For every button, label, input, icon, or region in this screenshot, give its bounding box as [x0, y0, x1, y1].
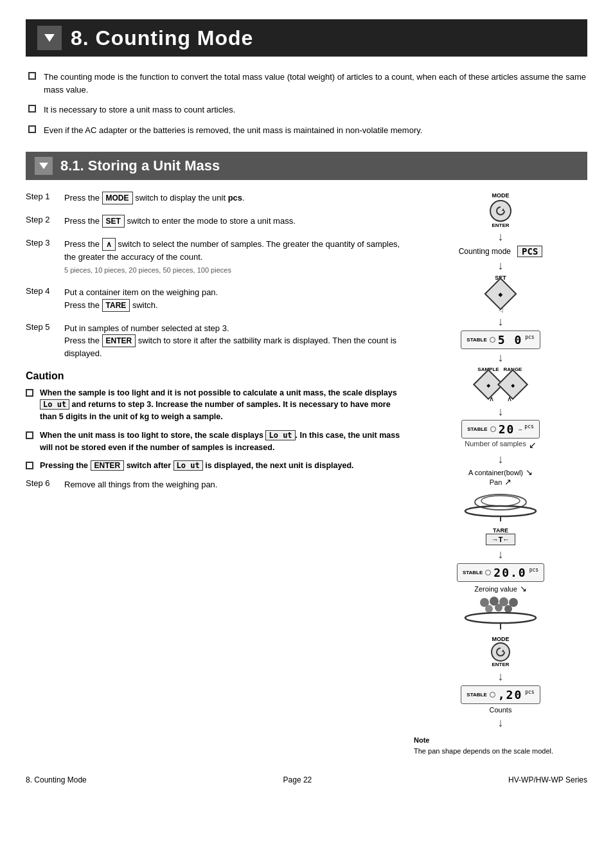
display2-unit: pcs: [524, 424, 533, 429]
step-5: Step 5 Put in samples of number selected…: [26, 322, 401, 360]
svg-point-10: [485, 605, 493, 613]
svg-point-2: [475, 494, 526, 510]
arrow-9: ↓: [498, 716, 504, 730]
stable-label-1: STABLE: [466, 337, 486, 343]
container-label: A container(bowl): [468, 469, 523, 476]
intro-text-3: Even if the AC adapter or the batteries …: [44, 124, 587, 137]
intro-item-3: Even if the AC adapter or the batteries …: [26, 124, 587, 137]
caution-text-2: When the unit mass is too light to store…: [40, 429, 401, 454]
mode-key: MODE: [102, 192, 133, 204]
up-key: ∧: [102, 238, 116, 251]
page-header: 8. Counting Mode: [26, 19, 587, 57]
left-column: Step 1 Press the MODE switch to display …: [26, 192, 414, 756]
header-icon: [37, 26, 62, 50]
arrow-7: ↓: [498, 548, 504, 561]
zeroing-label: Zeroing value: [474, 585, 517, 593]
footer-left: 8. Counting Mode: [26, 775, 87, 784]
set-row: SET ⬥ ◁: [414, 275, 587, 313]
sample-range-row: SAMPLE ⬥ RANGE ⬥: [414, 366, 587, 397]
section-81-header: 8.1. Storing a Unit Mass: [26, 152, 587, 180]
display4-row: STABLE ,20 pcs: [414, 685, 587, 704]
caution-bullet-1: [26, 389, 33, 397]
intro-text-2: It is necessary to store a unit mass to …: [44, 104, 587, 116]
display3-digits: 20.0: [493, 566, 526, 579]
counting-mode-text: Counting mode: [459, 247, 511, 256]
caution-title: Caution: [26, 370, 401, 382]
set-arrow-icon: ⬥: [497, 288, 504, 300]
step-3-note: 5 pieces, 10 pieces, 20 pieces, 50 piece…: [64, 266, 231, 274]
intro-item-1: The counting mode is the function to con…: [26, 71, 587, 96]
step-3-label: Step 3: [26, 238, 64, 248]
display3-row: STABLE 20.0 pcs: [414, 563, 587, 582]
sample-arrow-icon: ⬥: [486, 379, 491, 390]
diagram-mode-row: MODE ENTER: [414, 192, 587, 228]
step-2-content: Press the SET switch to enter the mode t…: [64, 215, 401, 228]
sr-arrows-row: ∧ ∧: [414, 395, 587, 403]
bullet-icon-2: [28, 105, 36, 113]
step-6-label: Step 6: [26, 478, 64, 488]
set-button-icon: ⬥: [484, 278, 517, 311]
caution-text-1: When the sample is too light and it is n…: [40, 387, 401, 423]
note-box: Note The pan shape depends on the scale …: [414, 735, 587, 756]
tare-button: →T←: [486, 534, 516, 545]
step-3-content: Press the ∧ switch to select the number …: [64, 238, 401, 276]
display1-row: STABLE 5 0 pcs: [414, 330, 587, 349]
range-btn-wrap: RANGE ⬥: [502, 366, 524, 397]
diagram-section: MODE ENTER ↓ Counting mode PCS ↓ SET: [414, 192, 587, 756]
display1-digits: 5 0: [498, 333, 523, 347]
num-samples-row: Number of samples ↙: [465, 440, 536, 450]
tare-key: TARE: [102, 299, 130, 312]
bullet-icon-1: [28, 72, 36, 80]
display2-wrap: STABLE 20 – pcs: [461, 420, 540, 439]
range-arrow-icon: ⬥: [510, 379, 515, 390]
step-6: Step 6 Remove all things from the weighi…: [26, 478, 401, 491]
pan-label: Pan: [490, 478, 502, 486]
note-title: Note: [414, 736, 429, 744]
display4: STABLE ,20 pcs: [461, 685, 540, 704]
step-5-content: Put in samples of number selected at ste…: [64, 322, 401, 360]
tare-row: TARE →T←: [486, 527, 516, 545]
arrow-1: ↓: [498, 230, 504, 244]
caution-section: Caution When the sample is too light and…: [26, 370, 401, 473]
intro-text-1: The counting mode is the function to con…: [44, 71, 587, 96]
pan-arrow: ↗: [504, 477, 511, 487]
display4-digits: ,20: [498, 688, 523, 701]
zeroing-row: Zeroing value ↘: [474, 584, 527, 593]
note-text: The pan shape depends on the scale model…: [414, 747, 553, 755]
display3-unit: pcs: [529, 567, 538, 573]
display2-digits: 20: [499, 422, 515, 436]
counts-label: Counts: [490, 706, 512, 714]
display3: STABLE 20.0 pcs: [457, 563, 544, 582]
display2: STABLE 20 – pcs: [461, 420, 540, 439]
mode-label: MODE: [490, 192, 511, 199]
container-arrow: ↘: [526, 467, 533, 477]
sample-btn-wrap: SAMPLE ⬥: [477, 366, 499, 397]
arrow-2: ↓: [498, 259, 504, 273]
stable-circle-2: [490, 426, 496, 432]
mode-button-icon: [490, 200, 511, 222]
arrow-5: ↓: [498, 405, 504, 419]
section-81-title: 8.1. Storing a Unit Mass: [60, 158, 220, 174]
display1-unit: pcs: [525, 334, 534, 340]
bullet-icon-3: [28, 125, 36, 133]
page-title: 8. Counting Mode: [71, 26, 253, 50]
step-3: Step 3 Press the ∧ switch to select the …: [26, 238, 401, 276]
stable-circle-4: [490, 692, 495, 698]
footer-center: Page 22: [283, 775, 312, 784]
pan-illustration: [456, 489, 546, 523]
stable-circle-1: [490, 337, 495, 343]
caution-bullet-2: [26, 431, 33, 439]
footer-right: HV-WP/HW-WP Series: [508, 775, 587, 784]
step-4-label: Step 4: [26, 286, 64, 296]
svg-marker-1: [39, 163, 48, 169]
step-5-label: Step 5: [26, 322, 64, 332]
step-1-content: Press the MODE switch to display the uni…: [64, 192, 401, 204]
intro-list: The counting mode is the function to con…: [26, 71, 587, 136]
enter-label-top: ENTER: [490, 222, 511, 228]
mode-button-icon-2: [491, 642, 510, 662]
stable-label-2: STABLE: [467, 426, 487, 432]
num-samples-label: Number of samples: [465, 440, 526, 448]
caution-bullet-3: [26, 462, 33, 469]
arrow-4: ↓: [498, 351, 504, 365]
stable-label-4: STABLE: [466, 692, 486, 698]
